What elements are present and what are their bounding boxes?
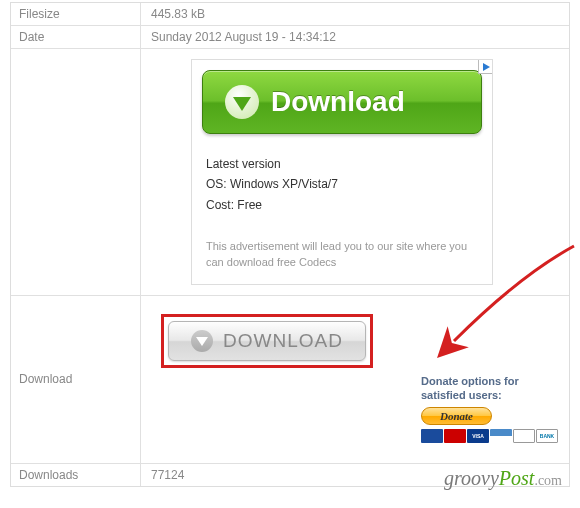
ad-cell: Download Latest version OS: Windows XP/V…	[141, 49, 569, 295]
download-label: Download	[11, 296, 141, 463]
ad-download-text: Download	[271, 86, 405, 118]
ad-line-os: OS: Windows XP/Vista/7	[206, 174, 478, 194]
row-filesize: Filesize 445.83 kB	[11, 3, 569, 26]
maestro-icon	[421, 429, 443, 443]
row-download: Download DOWNLOAD Donate op	[11, 296, 569, 464]
donate-section: Donate options for satisfied users: Dona…	[161, 368, 559, 449]
filesize-value: 445.83 kB	[141, 3, 569, 25]
amex-icon	[490, 429, 512, 443]
filesize-label: Filesize	[11, 3, 141, 25]
download-arrow-icon	[191, 330, 213, 352]
ad-line-version: Latest version	[206, 154, 478, 174]
row-advertisement: Download Latest version OS: Windows XP/V…	[11, 49, 569, 296]
watermark: groovyPost.com	[444, 467, 562, 490]
ad-line-cost: Cost: Free	[206, 195, 478, 215]
ad-label-cell	[11, 49, 141, 295]
real-download-button[interactable]: DOWNLOAD	[168, 321, 366, 361]
downloads-label: Downloads	[11, 464, 141, 486]
visa-icon: VISA	[467, 429, 489, 443]
discover-icon	[513, 429, 535, 443]
ad-info: Latest version OS: Windows XP/Vista/7 Co…	[192, 144, 492, 219]
download-cell: DOWNLOAD Donate options for satisfied us…	[141, 296, 569, 463]
donate-button[interactable]: Donate	[421, 407, 492, 425]
mastercard-icon	[444, 429, 466, 443]
ad-box: Download Latest version OS: Windows XP/V…	[191, 59, 493, 285]
highlight-box: DOWNLOAD	[161, 314, 373, 368]
ad-download-button[interactable]: Download	[202, 70, 482, 134]
adchoices-icon[interactable]	[478, 60, 492, 74]
info-table: Filesize 445.83 kB Date Sunday 2012 Augu…	[10, 2, 570, 487]
payment-cards: VISA BANK	[421, 429, 559, 443]
download-button-text: DOWNLOAD	[223, 330, 343, 352]
ad-disclaimer: This advertisement will lead you to our …	[192, 219, 492, 284]
bank-icon: BANK	[536, 429, 558, 443]
download-arrow-icon	[225, 85, 259, 119]
row-date: Date Sunday 2012 August 19 - 14:34:12	[11, 26, 569, 49]
donate-label: Donate options for satisfied users:	[421, 374, 559, 403]
date-label: Date	[11, 26, 141, 48]
date-value: Sunday 2012 August 19 - 14:34:12	[141, 26, 569, 48]
